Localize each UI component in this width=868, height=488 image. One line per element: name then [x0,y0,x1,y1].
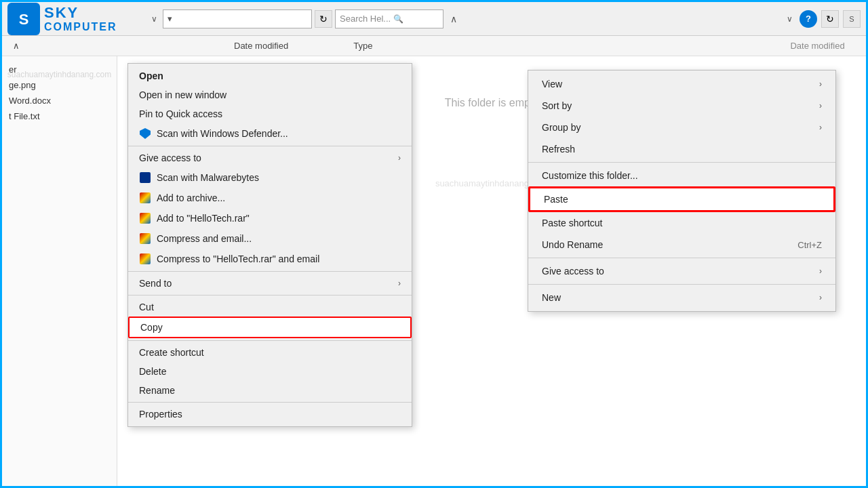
right-menu-item-new[interactable]: New › [528,287,835,308]
right-menu-item-paste[interactable]: Paste [528,186,835,212]
file-item-png[interactable]: ge.png [2,77,117,93]
menu-item-scan-defender[interactable]: Scan with Windows Defender... [128,123,412,144]
right-give-access-arrow-icon: › [819,266,822,276]
top-right-icons: ∨ ? ↻ S [784,10,861,28]
svg-text:S: S [19,11,29,28]
winrar-icon-1 [139,192,151,204]
menu-item-rename[interactable]: Rename [128,381,412,400]
file-item-folder[interactable]: er [2,62,117,77]
winrar-icon-3 [139,232,151,245]
right-menu-paste-label: Paste [544,194,568,205]
menu-separator-3 [128,295,412,296]
menu-item-open-new-window[interactable]: Open in new window [128,85,412,104]
column-headers: ∧ Date modified Type Date modified [2,36,866,56]
right-menu-new-label: New [542,292,561,303]
defender-icon [139,127,151,140]
search-icon: 🔍 [393,14,403,24]
top-chevron-down[interactable]: ∨ [784,13,795,25]
menu-separator-4 [128,340,412,341]
undo-rename-shortcut: Ctrl+Z [797,240,822,250]
group-by-arrow-icon: › [819,123,822,132]
new-arrow-icon: › [819,293,822,302]
menu-item-delete[interactable]: Delete [128,362,412,381]
right-menu-separator-1 [528,162,835,163]
nav-chevron-down[interactable]: ∨ [149,13,160,25]
menu-item-give-access[interactable]: Give access to › [128,148,412,167]
menu-compress-hellotech-email-label: Compress to "HelloTech.rar" and email [157,253,319,264]
menu-scan-malwarebytes-label: Scan with Malwarebytes [157,172,259,183]
nav-controls: ∨ ▾ ↻ Search Hel... 🔍 ∧ [149,9,778,28]
up-arrow-button[interactable]: ∧ [446,12,461,26]
menu-add-archive-label: Add to archive... [157,192,225,203]
right-menu-item-undo-rename[interactable]: Undo Rename Ctrl+Z [528,234,835,256]
refresh-button[interactable]: ↻ [315,10,332,28]
menu-item-compress-email[interactable]: Compress and email... [128,228,412,249]
send-to-arrow-icon: › [398,279,401,288]
help-button[interactable]: ? [800,10,817,28]
menu-copy-label: Copy [140,322,163,333]
logo-area: S SKY COMPUTER [7,3,143,35]
menu-item-compress-hellotech-email[interactable]: Compress to "HelloTech.rar" and email [128,249,412,269]
search-bar[interactable]: Search Hel... 🔍 [335,9,443,28]
right-menu-item-view[interactable]: View › [528,73,835,95]
menu-item-send-to[interactable]: Send to › [128,274,412,293]
top-refresh-button[interactable]: ↻ [821,10,839,28]
menu-item-open[interactable]: Open [128,66,412,85]
right-menu-undo-rename-label: Undo Rename [542,239,603,250]
menu-delete-label: Delete [139,366,166,377]
address-bar-text: ▾ [167,14,172,24]
right-menu-item-refresh[interactable]: Refresh [528,138,835,160]
right-menu-item-paste-shortcut[interactable]: Paste shortcut [528,212,835,234]
right-menu-view-label: View [542,79,562,89]
menu-cut-label: Cut [139,302,154,312]
right-menu-separator-2 [528,258,835,258]
col-header-up-arrow: ∧ [7,41,25,51]
right-menu-item-sort-by[interactable]: Sort by › [528,95,835,117]
menu-scan-defender-label: Scan with Windows Defender... [157,128,288,139]
address-bar[interactable]: ▾ [163,9,312,28]
file-list-panel: suachuamaytinhdanang.com er ge.png Word.… [2,56,117,488]
menu-separator-5 [128,402,412,403]
winrar-icon-4 [139,253,151,265]
top-extra-button[interactable]: S [843,10,861,28]
right-menu-paste-shortcut-label: Paste shortcut [542,218,603,228]
menu-separator-1 [128,146,412,146]
menu-create-shortcut-label: Create shortcut [139,347,204,358]
search-placeholder: Search Hel... [340,14,391,24]
menu-item-create-shortcut[interactable]: Create shortcut [128,343,412,362]
menu-item-scan-malwarebytes[interactable]: Scan with Malwarebytes [128,167,412,188]
right-menu-item-group-by[interactable]: Group by › [528,117,835,138]
logo-computer-label: COMPUTER [44,21,117,33]
right-menu-group-by-label: Group by [542,122,581,133]
right-menu-sort-by-label: Sort by [542,100,572,111]
right-menu-customize-label: Customize this folder... [542,170,638,181]
right-menu-item-customize[interactable]: Customize this folder... [528,165,835,186]
col-header-date-modified-right: Date modified [785,41,850,51]
col-header-type: Type [348,41,378,51]
menu-add-hellotech-rar-label: Add to "HelloTech.rar" [157,213,250,224]
file-item-docx[interactable]: Word.docx [2,93,117,108]
menu-item-pin-quick[interactable]: Pin to Quick access [128,104,412,123]
file-item-txt[interactable]: t File.txt [2,108,117,124]
logo-text: SKY COMPUTER [44,5,117,33]
menu-properties-label: Properties [139,409,182,420]
menu-item-copy[interactable]: Copy [128,317,412,338]
menu-item-add-hellotech-rar[interactable]: Add to "HelloTech.rar" [128,208,412,228]
top-bar: S SKY COMPUTER ∨ ▾ ↻ Search Hel... 🔍 ∧ ∨… [2,2,866,36]
view-arrow-icon: › [819,79,822,89]
menu-item-cut[interactable]: Cut [128,298,412,317]
winrar-icon-2 [139,212,151,224]
context-menu-left: Open Open in new window Pin to Quick acc… [127,63,412,427]
empty-folder-message: This folder is empty [445,97,539,109]
context-menu-right: View › Sort by › Group by › Refresh Cust… [528,70,836,312]
logo-sky-label: SKY [44,5,117,21]
menu-give-access-label: Give access to [139,152,201,163]
right-menu-item-give-access[interactable]: Give access to › [528,260,835,282]
menu-open-label: Open [139,70,163,81]
menu-item-add-archive[interactable]: Add to archive... [128,188,412,208]
give-access-arrow-icon: › [398,153,401,163]
menu-item-properties[interactable]: Properties [128,405,412,424]
col-header-date-modified: Date modified [229,41,294,51]
right-menu-separator-3 [528,284,835,285]
malwarebytes-icon [139,171,151,184]
